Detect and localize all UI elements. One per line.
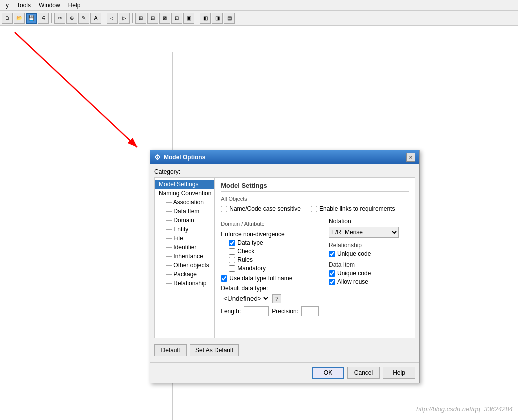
mandatory-checkbox[interactable]	[229, 265, 236, 272]
cancel-button[interactable]: Cancel	[348, 367, 380, 379]
data-type-checkbox[interactable]	[229, 240, 236, 246]
default-data-type-select[interactable]: <Undefined>	[221, 294, 270, 303]
separator-1	[52, 13, 52, 23]
use-data-type-row: Use data type full name	[221, 275, 319, 282]
dialog-title-container: ⚙ Model Options	[154, 153, 206, 161]
notation-select[interactable]: E/R+Merise	[329, 227, 399, 238]
toolbar-btn-save[interactable]: 💾	[26, 13, 37, 24]
default-data-type-row: Default data type:	[221, 285, 319, 292]
tree-item-data-item[interactable]: Data Item	[155, 207, 214, 216]
dialog-titlebar: ⚙ Model Options ✕	[150, 150, 420, 164]
toolbar-btn-grid2[interactable]: ⊟	[148, 13, 158, 24]
length-label: Length:	[221, 308, 241, 315]
all-objects-label: All Objects	[221, 196, 409, 202]
tree-item-identifier[interactable]: Identifier	[155, 243, 214, 252]
data-type-row: Data type	[221, 239, 319, 246]
relationship-section: Relationship Unique code	[329, 242, 409, 257]
dialog-title-text: Model Options	[164, 154, 206, 161]
menu-item-y[interactable]: y	[2, 1, 13, 10]
two-column-layout: Domain / Attribute Enforce non-divergenc…	[221, 218, 409, 318]
left-column: Domain / Attribute Enforce non-divergenc…	[221, 218, 319, 318]
menu-item-help[interactable]: Help	[64, 1, 85, 10]
ok-button[interactable]: OK	[312, 367, 344, 379]
domain-attribute-label: Domain / Attribute	[221, 221, 319, 227]
default-button[interactable]: Default	[154, 344, 187, 356]
enable-links-row: Enable links to requirements	[311, 205, 395, 212]
toolbar-btn-view2[interactable]: ◨	[212, 13, 223, 24]
rules-label: Rules	[238, 256, 253, 263]
tree-item-entity[interactable]: Entity	[155, 225, 214, 234]
toolbar: 🗋 📂 💾 🖨 ✂ ⊕ ✎ A ◁ ▷ ⊞ ⊟ ⊠ ⊡ ▣ ◧ ◨ ▤	[0, 11, 518, 26]
length-input[interactable]	[244, 306, 269, 316]
separator-2	[104, 13, 104, 23]
toolbar-btn-6[interactable]: ⊕	[66, 13, 78, 24]
right-column: Notation E/R+Merise Relationship Unique …	[329, 218, 409, 318]
dialog-overlay: ⚙ Model Options ✕ Category: Model Settin…	[150, 150, 420, 383]
check-row: Check	[221, 248, 319, 255]
dialog-body: Category: Model Settings Naming Conventi…	[150, 164, 420, 362]
unique-code-rel-label: Unique code	[338, 250, 371, 257]
tree-item-file[interactable]: File	[155, 234, 214, 243]
unique-code-di-checkbox[interactable]	[329, 270, 336, 277]
set-as-default-button[interactable]: Set As Default	[190, 344, 239, 356]
toolbar-btn-7[interactable]: ✎	[78, 13, 90, 24]
relationship-label: Relationship	[329, 242, 409, 249]
toolbar-btn-8[interactable]: A	[90, 13, 102, 24]
settings-section-title: Model Settings	[221, 182, 409, 192]
rules-row: Rules	[221, 256, 319, 263]
name-code-case-label: Name/Code case sensitive	[230, 205, 301, 212]
unique-code-rel-row: Unique code	[329, 250, 409, 257]
category-label: Category:	[154, 168, 416, 175]
toolbar-btn-fwd[interactable]: ▷	[119, 13, 130, 24]
toolbar-btn-grid3[interactable]: ⊠	[160, 13, 170, 24]
dialog-content: Model Settings Naming Convention Associa…	[154, 177, 416, 338]
use-data-type-label: Use data type full name	[230, 275, 292, 282]
unique-code-rel-checkbox[interactable]	[329, 251, 336, 257]
name-code-case-checkbox[interactable]	[221, 206, 228, 212]
tree-item-package[interactable]: Package	[155, 270, 214, 279]
menubar: y Tools Window Help	[0, 0, 518, 11]
tree-item-naming-convention[interactable]: Naming Convention	[155, 189, 214, 198]
tree-item-model-settings[interactable]: Model Settings	[155, 180, 214, 189]
precision-label: Precision:	[272, 308, 298, 315]
tree-item-association[interactable]: Association	[155, 198, 214, 207]
help-button[interactable]: Help	[383, 367, 416, 379]
allow-reuse-label: Allow reuse	[338, 278, 368, 285]
tree-item-domain[interactable]: Domain	[155, 216, 214, 225]
toolbar-btn-view1[interactable]: ◧	[200, 13, 211, 24]
dialog-icon: ⚙	[154, 153, 161, 161]
use-data-type-checkbox[interactable]	[221, 275, 228, 282]
data-type-label: Data type	[238, 239, 263, 246]
data-type-help-button[interactable]: ?	[272, 294, 282, 303]
toolbar-btn-print[interactable]: 🖨	[38, 13, 49, 24]
toolbar-btn-open[interactable]: 📂	[14, 13, 25, 24]
toolbar-btn-back[interactable]: ◁	[107, 13, 118, 24]
allow-reuse-row: Allow reuse	[329, 278, 409, 285]
toolbar-btn-5[interactable]: ✂	[54, 13, 66, 24]
menu-item-tools[interactable]: Tools	[13, 1, 35, 10]
enforce-label: Enforce non-divergence	[221, 231, 319, 238]
menu-item-window[interactable]: Window	[35, 1, 64, 10]
default-data-type-label: Default data type:	[221, 285, 268, 292]
dialog-close-button[interactable]: ✕	[406, 153, 416, 162]
tree-item-inheritance[interactable]: Inheritance	[155, 252, 214, 261]
separator-4	[197, 13, 198, 23]
data-item-label: Data Item	[329, 261, 409, 268]
toolbar-btn-grid1[interactable]: ⊞	[136, 13, 146, 24]
enable-links-checkbox[interactable]	[311, 206, 318, 212]
rules-checkbox[interactable]	[229, 257, 236, 263]
toolbar-btn-grid4[interactable]: ⊡	[172, 13, 182, 24]
check-checkbox[interactable]	[229, 248, 236, 255]
tree-item-relationship[interactable]: Relationship	[155, 279, 214, 288]
toolbar-btn-view3[interactable]: ▤	[224, 13, 235, 24]
notation-label: Notation	[329, 218, 409, 225]
toolbar-btn-new[interactable]: 🗋	[2, 13, 13, 24]
data-item-section: Data Item Unique code Allow reuse	[329, 261, 409, 285]
unique-code-di-row: Unique code	[329, 270, 409, 277]
tree-item-other-objects[interactable]: Other objects	[155, 261, 214, 270]
toolbar-btn-grid5[interactable]: ▣	[184, 13, 194, 24]
dialog-action-buttons: OK Cancel Help	[312, 367, 416, 379]
precision-input[interactable]	[302, 306, 319, 316]
tree-panel: Model Settings Naming Convention Associa…	[155, 178, 215, 338]
allow-reuse-checkbox[interactable]	[329, 279, 336, 285]
